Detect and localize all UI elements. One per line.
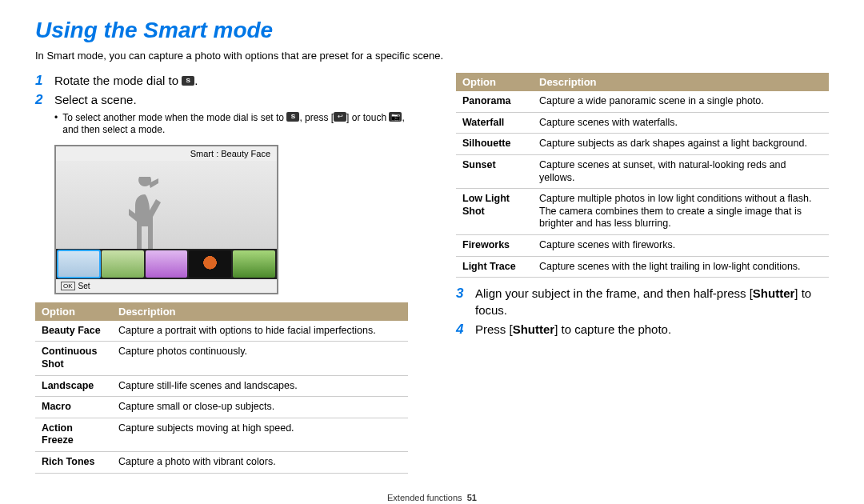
opt-name: Continuous Shot bbox=[35, 342, 112, 375]
footer-page-number: 51 bbox=[467, 493, 477, 502]
opt-name: Silhouette bbox=[456, 134, 533, 155]
mode-dial-s-icon: S bbox=[286, 112, 299, 122]
thumb bbox=[233, 250, 275, 278]
opt-desc: Capture scenes with waterfalls. bbox=[533, 112, 829, 134]
opt-desc: Capture multiple photos in low light con… bbox=[533, 189, 829, 235]
opt-desc: Capture small or close-up subjects. bbox=[112, 397, 408, 418]
table-row: Continuous ShotCapture photos continuous… bbox=[35, 342, 408, 375]
opt-desc: Capture scenes at sunset, with natural-l… bbox=[533, 154, 829, 188]
table-row: WaterfallCapture scenes with waterfalls. bbox=[456, 112, 829, 134]
shutter-label: Shutter bbox=[753, 286, 795, 300]
th-description: Description bbox=[533, 73, 829, 91]
step-3-text-a: Align your subject in the frame, and the… bbox=[475, 286, 753, 300]
opt-desc: Capture subjects moving at high speed. bbox=[112, 418, 408, 451]
opt-desc: Capture scenes with fireworks. bbox=[533, 235, 829, 257]
opt-name: Fireworks bbox=[456, 235, 533, 257]
table-row: Rich TonesCapture a photo with vibrant c… bbox=[35, 452, 408, 474]
page: Using the Smart mode In Smart mode, you … bbox=[0, 0, 864, 504]
step-4-text-a: Press [ bbox=[475, 322, 513, 336]
step-body: Align your subject in the frame, and the… bbox=[475, 286, 829, 318]
table-row: FireworksCapture scenes with fireworks. bbox=[456, 235, 829, 257]
shutter-label: Shutter bbox=[513, 322, 555, 336]
camera-icon bbox=[389, 112, 402, 122]
step-number: 2 bbox=[35, 92, 54, 108]
opt-desc: Capture a wide panoramic scene in a sing… bbox=[533, 91, 829, 112]
step-2-bullet: To select another mode when the mode dia… bbox=[54, 112, 408, 137]
right-column: Option Description PanoramaCapture a wid… bbox=[456, 73, 829, 482]
person-silhouette-icon bbox=[125, 177, 165, 249]
opt-name: Panorama bbox=[456, 91, 533, 112]
table-row: MacroCapture small or close-up subjects. bbox=[35, 397, 408, 418]
lcd-mode-label: Smart : Beauty Face bbox=[56, 146, 277, 161]
opt-name: Action Freeze bbox=[35, 418, 112, 451]
step-number: 1 bbox=[35, 73, 54, 89]
opt-name: Low Light Shot bbox=[456, 189, 533, 235]
opt-name: Beauty Face bbox=[35, 321, 112, 342]
options-table-left: Option Description Beauty FaceCapture a … bbox=[35, 302, 408, 474]
step-1-tail: . bbox=[194, 74, 198, 87]
table-row: PanoramaCapture a wide panoramic scene i… bbox=[456, 91, 829, 112]
step-2: 2 Select a scene. bbox=[35, 92, 408, 108]
bullet-text-a: To select another mode when the mode dia… bbox=[62, 112, 284, 123]
th-option: Option bbox=[456, 73, 533, 91]
bullet-text-c: ] or touch bbox=[346, 112, 386, 123]
opt-desc: Capture a photo with vibrant colors. bbox=[112, 452, 408, 474]
left-column: 1 Rotate the mode dial to S. 2 Select a … bbox=[35, 73, 408, 482]
intro-text: In Smart mode, you can capture a photo w… bbox=[35, 50, 829, 62]
thumb-selected bbox=[58, 250, 100, 278]
step-number: 4 bbox=[456, 322, 475, 338]
step-3: 3 Align your subject in the frame, and t… bbox=[456, 286, 829, 318]
opt-name: Macro bbox=[35, 397, 112, 418]
step-body: Rotate the mode dial to S. bbox=[54, 73, 408, 89]
lcd-preview: Smart : Beauty Face OK Set bbox=[54, 145, 278, 294]
opt-desc: Capture subjects as dark shapes against … bbox=[533, 134, 829, 155]
table-row: Low Light ShotCapture multiple photos in… bbox=[456, 189, 829, 235]
bullet-text-b: , press [ bbox=[299, 112, 334, 123]
lcd-thumbnails bbox=[56, 249, 277, 279]
opt-desc: Capture still-life scenes and landscapes… bbox=[112, 375, 408, 397]
table-row: Beauty FaceCapture a portrait with optio… bbox=[35, 321, 408, 342]
opt-name: Landscape bbox=[35, 375, 112, 397]
step-4: 4 Press [Shutter] to capture the photo. bbox=[456, 322, 829, 338]
table-row: SilhouetteCapture subjects as dark shape… bbox=[456, 134, 829, 155]
mode-dial-s-icon: S bbox=[182, 76, 194, 86]
th-option: Option bbox=[35, 302, 112, 321]
step-2-text: Select a scene. bbox=[54, 93, 137, 106]
options-table-right: Option Description PanoramaCapture a wid… bbox=[456, 73, 829, 278]
opt-name: Sunset bbox=[456, 154, 533, 188]
table-row: Light TraceCapture scenes with the light… bbox=[456, 256, 829, 278]
table-row: Action FreezeCapture subjects moving at … bbox=[35, 418, 408, 451]
table-row: SunsetCapture scenes at sunset, with nat… bbox=[456, 154, 829, 188]
table-row: LandscapeCapture still-life scenes and l… bbox=[35, 375, 408, 397]
step-1: 1 Rotate the mode dial to S. bbox=[35, 73, 408, 89]
opt-name: Waterfall bbox=[456, 112, 533, 134]
return-icon bbox=[334, 112, 346, 122]
page-footer: Extended functions 51 bbox=[35, 493, 829, 502]
lcd-footer: OK Set bbox=[56, 279, 277, 293]
opt-name: Light Trace bbox=[456, 256, 533, 278]
thumb bbox=[189, 250, 231, 278]
thumb bbox=[146, 250, 188, 278]
step-1-text: Rotate the mode dial to bbox=[54, 74, 178, 87]
page-title: Using the Smart mode bbox=[35, 18, 829, 43]
lcd-scene bbox=[56, 161, 277, 249]
step-body: Press [Shutter] to capture the photo. bbox=[475, 322, 829, 338]
opt-desc: Capture a portrait with options to hide … bbox=[112, 321, 408, 342]
opt-desc: Capture scenes with the light trailing i… bbox=[533, 256, 829, 278]
step-body: Select a scene. bbox=[54, 92, 408, 108]
opt-desc: Capture photos continuously. bbox=[112, 342, 408, 375]
columns: 1 Rotate the mode dial to S. 2 Select a … bbox=[35, 73, 829, 482]
footer-section: Extended functions bbox=[387, 493, 462, 502]
step-4-text-b: ] to capture the photo. bbox=[554, 322, 671, 336]
step-number: 3 bbox=[456, 286, 475, 318]
th-description: Description bbox=[112, 302, 408, 321]
lcd-set-label: Set bbox=[78, 282, 90, 290]
ok-icon: OK bbox=[61, 282, 75, 290]
thumb bbox=[102, 250, 144, 278]
opt-name: Rich Tones bbox=[35, 452, 112, 474]
